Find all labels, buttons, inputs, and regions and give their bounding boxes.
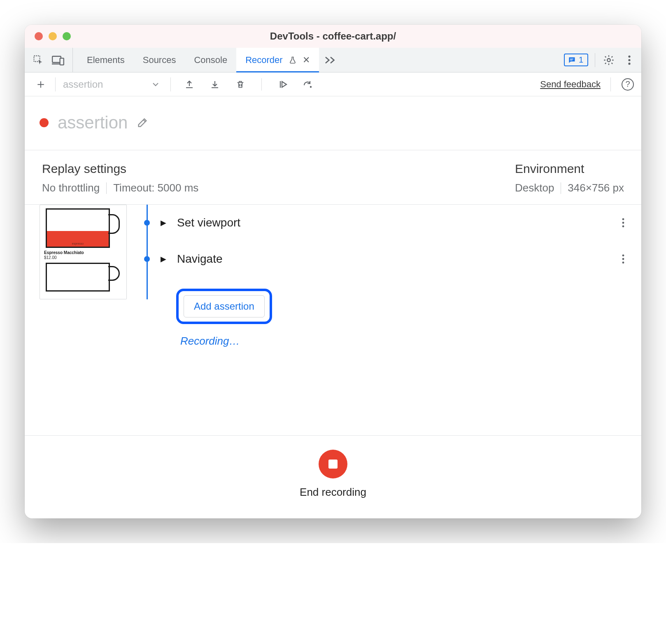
cup-fill-label: espresso	[47, 242, 109, 245]
replay-icon[interactable]	[276, 77, 290, 91]
separator	[261, 78, 262, 91]
separator	[561, 182, 561, 194]
issues-count: 1	[579, 55, 583, 65]
panel-tabstrip: Elements Sources Console Recorder ✕	[25, 48, 641, 72]
recording-selector[interactable]: assertion	[63, 79, 165, 90]
replay-settings: Replay settings No throttling Timeout: 5…	[42, 162, 198, 194]
window-title: DevTools - coffee-cart.app/	[25, 30, 641, 42]
svg-point-15	[622, 258, 624, 260]
recording-name: assertion	[58, 113, 128, 133]
window-close-icon[interactable]	[35, 32, 43, 40]
timeout-value[interactable]: Timeout: 5000 ms	[113, 182, 198, 194]
environment-settings: Environment Desktop 346×756 px	[515, 162, 624, 194]
page-thumbnail[interactable]: espresso Espresso Macchiato $12.00	[40, 205, 127, 299]
export-icon[interactable]	[182, 77, 196, 91]
help-icon[interactable]: ?	[622, 78, 634, 91]
experiment-flask-icon	[289, 56, 297, 64]
thumbnail-rail: espresso Espresso Macchiato $12.00	[40, 205, 127, 423]
timeline: espresso Espresso Macchiato $12.00 ▶ Set…	[25, 205, 641, 435]
svg-point-12	[622, 222, 624, 224]
recorder-toolbar: ＋ assertion Send feedback	[25, 72, 641, 96]
step-set-viewport[interactable]: ▶ Set viewport	[139, 205, 626, 241]
expand-caret-icon[interactable]: ▶	[161, 218, 166, 227]
tab-console[interactable]: Console	[185, 48, 236, 72]
panel-tabs: Elements Sources Console Recorder ✕	[78, 48, 319, 72]
svg-point-6	[607, 58, 610, 61]
more-tabs-icon[interactable]	[319, 48, 342, 72]
tab-label: Sources	[143, 55, 176, 65]
recording-indicator-icon	[40, 118, 49, 127]
thumb-product-name: Espresso Macchiato	[44, 250, 122, 255]
step-label: Navigate	[177, 252, 223, 266]
window-minimize-icon[interactable]	[49, 32, 57, 40]
thumb-product-price: $12.00	[44, 255, 122, 260]
svg-rect-5	[570, 60, 573, 60]
separator	[595, 53, 595, 67]
add-assertion-highlight: Add assertion	[176, 289, 626, 324]
step-menu-icon[interactable]	[622, 254, 626, 264]
svg-point-8	[628, 59, 630, 61]
tab-label: Recorder	[245, 55, 282, 65]
traffic-lights	[25, 32, 71, 40]
svg-point-7	[628, 55, 630, 57]
settings-bar: Replay settings No throttling Timeout: 5…	[25, 150, 641, 205]
step-icon[interactable]	[301, 77, 315, 91]
svg-point-11	[622, 218, 624, 220]
tab-label: Console	[194, 55, 227, 65]
step-node-icon	[144, 256, 150, 262]
tab-elements[interactable]: Elements	[78, 48, 134, 72]
window-zoom-icon[interactable]	[63, 32, 71, 40]
stop-icon	[328, 460, 338, 469]
separator	[106, 182, 107, 194]
tab-label: Elements	[87, 55, 125, 65]
tab-recorder[interactable]: Recorder ✕	[236, 48, 319, 72]
step-node-icon	[144, 220, 150, 226]
expand-caret-icon[interactable]: ▶	[161, 254, 166, 264]
cup-illustration-icon	[44, 263, 122, 292]
import-icon[interactable]	[208, 77, 222, 91]
cup-illustration-icon: espresso	[44, 208, 122, 248]
separator	[170, 77, 171, 91]
step-navigate[interactable]: ▶ Navigate	[139, 241, 626, 277]
svg-point-16	[622, 261, 624, 264]
step-menu-icon[interactable]	[622, 217, 626, 228]
svg-point-9	[628, 63, 630, 65]
svg-rect-3	[60, 58, 64, 65]
end-recording-button[interactable]	[319, 450, 347, 478]
separator	[610, 77, 611, 91]
recording-selector-value: assertion	[63, 79, 103, 90]
svg-point-14	[622, 254, 624, 257]
settings-gear-icon[interactable]	[602, 53, 616, 67]
environment-heading: Environment	[515, 162, 624, 176]
edit-name-icon[interactable]	[137, 117, 148, 128]
titlebar: DevTools - coffee-cart.app/	[25, 25, 641, 48]
delete-icon[interactable]	[233, 77, 247, 91]
issues-badge[interactable]: 1	[564, 54, 588, 66]
tab-sources[interactable]: Sources	[134, 48, 185, 72]
inspect-element-icon[interactable]	[31, 53, 45, 67]
svg-point-13	[622, 225, 624, 227]
recorder-footer: End recording	[25, 435, 641, 518]
svg-point-10	[310, 86, 312, 87]
step-list: ▶ Set viewport ▶ Navigate Add assertion	[127, 205, 626, 423]
new-recording-icon[interactable]: ＋	[32, 76, 49, 93]
svg-rect-4	[570, 58, 573, 59]
send-feedback-link[interactable]: Send feedback	[540, 79, 601, 90]
viewport-value[interactable]: 346×756 px	[568, 182, 624, 194]
close-tab-icon[interactable]: ✕	[303, 56, 310, 65]
recording-header: assertion	[25, 96, 641, 150]
chat-icon	[567, 56, 576, 64]
kebab-menu-icon[interactable]	[622, 53, 636, 67]
recording-status: Recording…	[180, 335, 626, 348]
chevron-down-icon	[152, 82, 159, 86]
add-assertion-button[interactable]: Add assertion	[184, 295, 265, 317]
device-toolbar-icon[interactable]	[51, 53, 65, 67]
separator	[55, 77, 56, 91]
replay-settings-heading: Replay settings	[42, 162, 198, 176]
end-recording-label: End recording	[300, 486, 366, 499]
step-label: Set viewport	[177, 216, 240, 229]
throttling-value[interactable]: No throttling	[42, 182, 100, 194]
devtools-window: DevTools - coffee-cart.app/ Elements Sou…	[25, 25, 641, 518]
device-value[interactable]: Desktop	[515, 182, 554, 194]
